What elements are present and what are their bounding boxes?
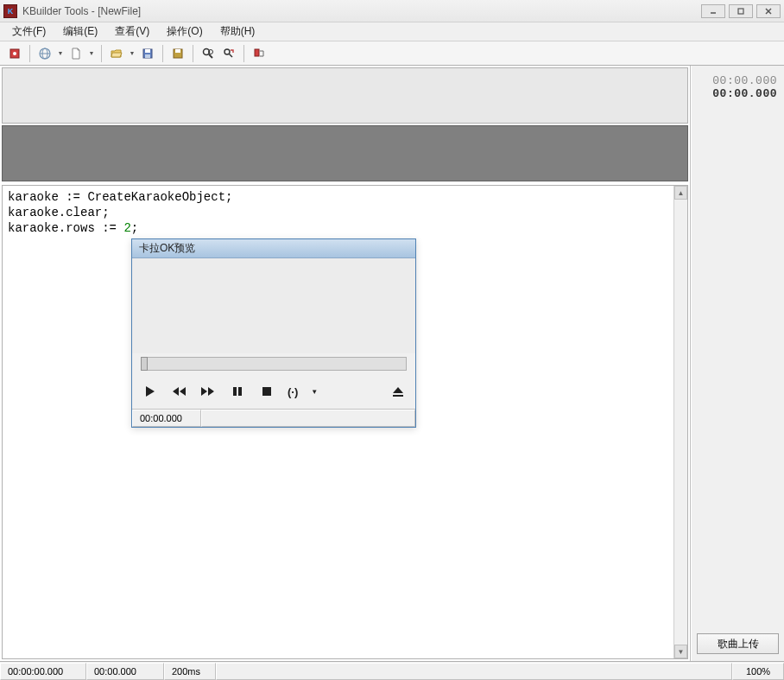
find-button[interactable] — [199, 44, 218, 63]
record-button[interactable] — [5, 44, 24, 63]
app-icon: K — [3, 4, 17, 18]
svg-rect-1 — [738, 9, 743, 14]
svg-line-18 — [230, 54, 233, 57]
save-all-button[interactable] — [168, 44, 187, 63]
menu-action[interactable]: 操作(O) — [158, 22, 211, 41]
svg-rect-10 — [145, 49, 150, 53]
scroll-down-arrow[interactable]: ▼ — [674, 645, 687, 658]
right-panel: 00:00.000 00:00.000 歌曲上传 — [691, 66, 784, 661]
open-button[interactable] — [107, 44, 126, 63]
code-content[interactable]: karaoke := CreateKaraokeObject; karaoke.… — [3, 186, 687, 239]
fast-forward-button[interactable] — [199, 383, 217, 400]
minimize-button[interactable] — [701, 4, 725, 18]
svg-rect-11 — [145, 54, 150, 58]
vertical-scrollbar[interactable]: ▲ ▼ — [673, 186, 687, 658]
separator — [193, 45, 193, 62]
separator — [243, 45, 244, 62]
status-interval: 200ms — [164, 663, 216, 680]
globe-button[interactable] — [35, 44, 54, 63]
svg-rect-19 — [255, 49, 259, 56]
menu-edit[interactable]: 编辑(E) — [54, 22, 106, 41]
preview-title-text: 卡拉OK预览 — [139, 241, 195, 256]
preview-time: 00:00.000 — [132, 410, 201, 427]
open-dropdown[interactable]: ▼ — [128, 50, 136, 56]
close-button[interactable] — [756, 4, 781, 18]
menu-view[interactable]: 查看(V) — [106, 22, 158, 41]
preview-statusbar: 00:00.000 — [132, 409, 415, 427]
menu-help[interactable]: 帮助(H) — [212, 22, 264, 41]
statusbar: 00:00:00.000 00:00.000 200ms 100% — [0, 661, 784, 680]
globe-dropdown[interactable]: ▼ — [56, 50, 65, 56]
scroll-up-arrow[interactable]: ▲ — [674, 186, 687, 200]
menubar: 文件(F) 编辑(E) 查看(V) 操作(O) 帮助(H) — [0, 22, 784, 41]
status-spacer — [216, 663, 732, 680]
slider-thumb[interactable] — [141, 357, 148, 371]
time-2: 00:00.000 — [697, 87, 777, 100]
rewind-button[interactable] — [170, 383, 187, 400]
svg-rect-20 — [233, 387, 237, 396]
window-title: KBuilder Tools - [NewFile] — [22, 5, 141, 17]
new-file-button[interactable] — [66, 44, 85, 63]
status-time-full: 00:00:00.000 — [0, 663, 86, 680]
stop-button[interactable] — [258, 383, 275, 400]
titlebar: K KBuilder Tools - [NewFile] — [0, 0, 784, 22]
code-line: karaoke.rows := — [8, 221, 123, 235]
preview-controls: (·) ▼ — [132, 378, 415, 409]
separator — [101, 45, 102, 62]
waveform-area[interactable] — [2, 67, 688, 124]
maximize-button[interactable] — [729, 4, 753, 18]
time-1: 00:00.000 — [697, 74, 777, 87]
svg-point-5 — [13, 52, 16, 55]
eject-button[interactable] — [389, 383, 407, 400]
status-zoom: 100% — [732, 663, 784, 680]
svg-rect-23 — [393, 395, 403, 397]
svg-line-15 — [209, 54, 212, 58]
code-line: karaoke := CreateKaraokeObject; — [8, 190, 232, 204]
menu-file[interactable]: 文件(F) — [3, 22, 54, 41]
svg-rect-22 — [262, 387, 271, 396]
separator — [29, 45, 30, 62]
window-controls — [701, 4, 781, 18]
play-button[interactable] — [141, 383, 158, 400]
svg-rect-21 — [238, 387, 242, 396]
svg-point-17 — [224, 49, 230, 54]
preview-display-area — [132, 258, 415, 353]
separator — [162, 45, 163, 62]
code-punct: ; — [131, 221, 138, 235]
code-line: karaoke.clear; — [8, 206, 110, 219]
upload-button[interactable]: 歌曲上传 — [697, 633, 779, 654]
preview-progress-slider[interactable] — [141, 357, 407, 371]
status-time-short: 00:00.000 — [86, 663, 164, 680]
preview-status-fill — [201, 410, 415, 427]
preview-window[interactable]: 卡拉OK预览 (·) ▼ 00:00.000 — [131, 238, 416, 428]
new-file-dropdown[interactable]: ▼ — [87, 50, 96, 56]
repeat-button[interactable]: (·) — [288, 383, 298, 400]
code-number: 2 — [123, 221, 130, 235]
pause-button[interactable] — [229, 383, 246, 400]
marker-button[interactable] — [250, 44, 269, 63]
replace-button[interactable] — [219, 44, 238, 63]
svg-rect-13 — [175, 49, 180, 53]
save-button[interactable] — [138, 44, 157, 63]
preview-titlebar[interactable]: 卡拉OK预览 — [132, 239, 415, 258]
time-display: 00:00.000 00:00.000 — [697, 71, 779, 100]
toolbar: ▼ ▼ ▼ — [0, 41, 784, 66]
timeline-area[interactable] — [2, 125, 688, 181]
repeat-dropdown[interactable]: ▼ — [310, 383, 319, 400]
